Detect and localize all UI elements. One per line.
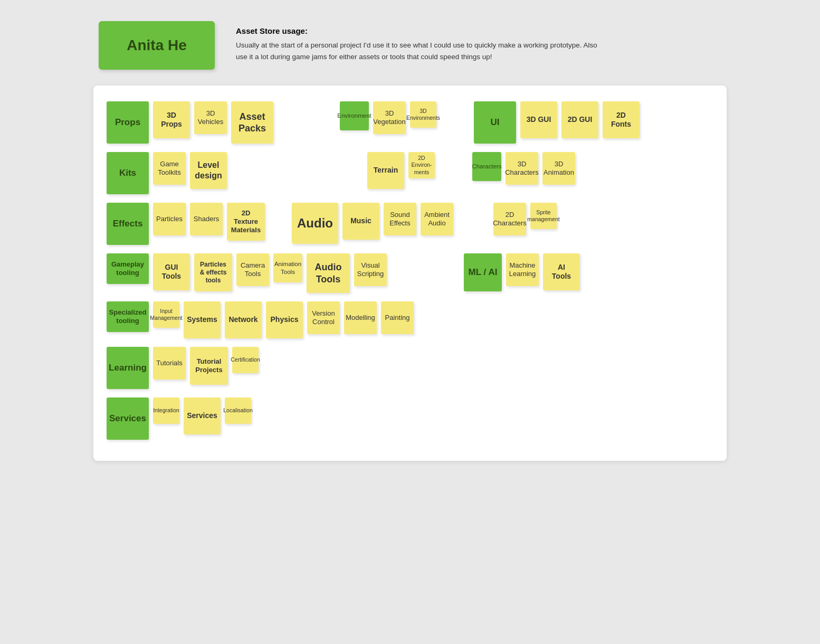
note-specialized-tooling[interactable]: Specialized tooling [107,301,149,332]
note-certification[interactable]: Certification [232,347,259,373]
note-characters[interactable]: Characters [472,152,501,181]
page-wrapper: Anita He Asset Store usage: Usually at t… [93,21,727,461]
header-section: Anita He Asset Store usage: Usually at t… [93,21,727,70]
note-ai-tools[interactable]: AI Tools [543,253,580,290]
note-machine-learning[interactable]: Machine Learning [506,253,539,286]
note-particles[interactable]: Particles [153,203,186,235]
note-tutorials[interactable]: Tutorials [153,347,186,380]
note-camera-tools[interactable]: Camera Tools [236,253,269,286]
note-physics[interactable]: Physics [266,301,303,338]
note-audio-tools[interactable]: Audio Tools [307,253,350,293]
name-badge: Anita He [99,21,215,70]
note-3d-vegetation[interactable]: 3D Vegetation [373,101,406,134]
note-painting[interactable]: Painting [381,301,414,334]
note-music[interactable]: Music [342,203,379,240]
note-environment[interactable]: Environment [340,101,369,130]
note-effects[interactable]: Effects [107,203,149,245]
note-shaders[interactable]: Shaders [190,203,223,235]
note-audio[interactable]: Audio [292,203,338,244]
main-board: Props 3D Props 3D Vehicles Asset Packs E… [93,86,727,461]
note-ml-ai[interactable]: ML / AI [464,253,502,291]
specialized-row: Specialized tooling Input Management Sys… [107,301,713,338]
note-modelling[interactable]: Modelling [344,301,377,334]
note-tutorial-projects[interactable]: Tutorial Projects [190,347,228,385]
note-ambient-audio[interactable]: Ambient Audio [421,203,453,235]
note-2d-gui[interactable]: 2D GUI [561,101,598,138]
services-row: Services Integration Services Localisati… [107,397,713,440]
props-row: Props 3D Props 3D Vehicles Asset Packs E… [107,101,713,144]
note-input-management[interactable]: Input Management [153,301,179,328]
note-localisation[interactable]: Localisation [225,397,251,424]
note-learning[interactable]: Learning [107,347,149,389]
note-props[interactable]: Props [107,101,149,144]
learning-row: Learning Tutorials Tutorial Projects Cer… [107,347,713,389]
note-sound-effects[interactable]: Sound Effects [384,203,416,235]
note-services[interactable]: Services [107,397,149,440]
note-asset-packs[interactable]: Asset Packs [231,101,273,144]
usage-label: Asset Store usage: [236,26,605,35]
note-ui[interactable]: UI [474,101,516,144]
note-game-toolkits[interactable]: Game Toolkits [153,152,186,185]
usage-desc: Usually at the start of a personal proje… [236,40,605,62]
effects-row: Effects Particles Shaders 2D Texture Mat… [107,203,713,245]
note-version-control[interactable]: Version Control [307,301,340,334]
note-animation-tools[interactable]: Animation Tools [273,253,302,282]
note-systems[interactable]: Systems [184,301,221,338]
note-gameplay-tooling[interactable]: Gameplay tooling [107,253,149,284]
note-3d-environments[interactable]: 3D Environments [410,101,436,128]
note-2d-characters[interactable]: 2D Characters [493,203,526,235]
note-3d-props[interactable]: 3D Props [153,101,190,138]
note-sprite-management[interactable]: Sprite management [530,203,557,229]
note-3d-gui[interactable]: 3D GUI [520,101,557,138]
note-services-sub[interactable]: Services [184,397,221,434]
note-kits[interactable]: Kits [107,152,149,194]
note-2d-environments[interactable]: 2D Environ­ments [408,152,435,178]
note-3d-animation[interactable]: 3D Animation [542,152,575,185]
note-visual-scripting[interactable]: Visual Scripting [354,253,387,286]
kits-row: Kits Game Toolkits Level design Terrain … [107,152,713,194]
gameplay-row: Gameplay tooling GUI Tools Particles & e… [107,253,713,293]
note-network[interactable]: Network [225,301,262,338]
note-integration[interactable]: Integration [153,397,179,424]
note-gui-tools[interactable]: GUI Tools [153,253,190,290]
note-terrain[interactable]: Terrain [367,152,404,189]
note-level-design[interactable]: Level design [190,152,227,189]
note-3d-vehicles[interactable]: 3D Vehicles [194,101,227,134]
note-2d-texture-materials[interactable]: 2D Texture Materials [227,203,265,241]
note-particles-effects-tools[interactable]: Particles & effects tools [194,253,232,291]
note-2d-fonts[interactable]: 2D Fonts [603,101,640,138]
note-3d-characters[interactable]: 3D Characters [506,152,538,185]
header-text: Asset Store usage: Usually at the start … [236,21,605,62]
